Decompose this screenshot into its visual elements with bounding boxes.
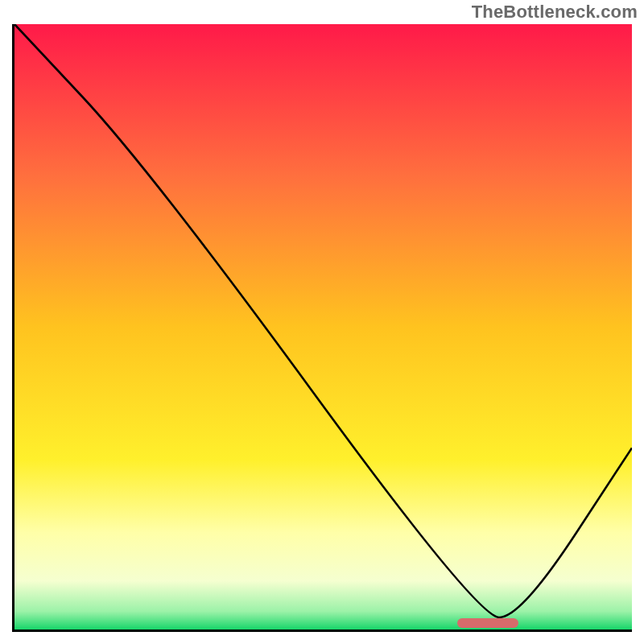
chart-canvas: TheBottleneck.com xyxy=(0,0,644,644)
optimum-range-marker xyxy=(457,618,518,628)
bottleneck-curve xyxy=(14,24,632,630)
plot-area xyxy=(12,24,632,632)
attribution-label: TheBottleneck.com xyxy=(472,2,638,23)
